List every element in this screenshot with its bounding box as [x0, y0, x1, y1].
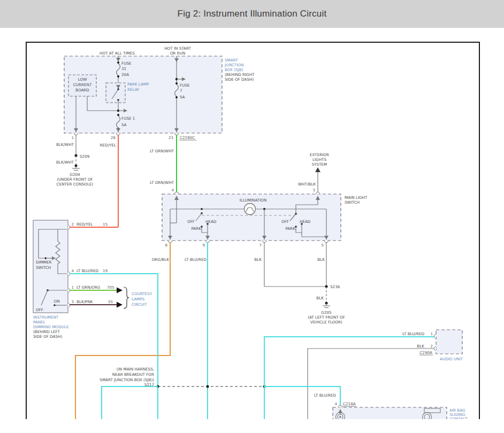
off-label-1: OFF [187, 219, 195, 224]
mls-output-wires: ORG/BLK LT BLU/RED BLK BLK S236 BLK G205… [75, 242, 345, 419]
brace-icon [124, 287, 129, 308]
ext-label-2: LIGHTS [312, 157, 326, 162]
courtesy-label-2: LAMPS [132, 297, 145, 301]
circuit-19: 19 [103, 269, 108, 273]
connector-pin [174, 192, 179, 194]
circuit-705: 705 [107, 285, 114, 290]
blk-label-gnd: BLK [316, 296, 324, 300]
fuse-terminal [117, 114, 119, 116]
lt-blu-red-wire-audio [264, 337, 435, 386]
blk-label-audio: BLK [417, 344, 424, 349]
dimmer-pin-2: 2 [72, 222, 74, 227]
s217-loc-1: (IN MAIN HARNESS, [117, 367, 154, 372]
arrow-right-icon [117, 288, 123, 293]
main-light-switch: MAIN LIGHT SWITCH 4 3 ILLUMINATION OFF H… [162, 188, 368, 248]
g205-loc-1: (AT LEFT FRONT OF [308, 315, 345, 320]
courtesy-label-3: CIRCUIT [132, 302, 147, 307]
sjb-name-1: SMART [225, 58, 238, 63]
clockspring-coil-icon [339, 416, 341, 418]
diagram-frame: HOT AT ALL TIMES HOT IN START OR RUN FUS… [26, 42, 480, 419]
mls-name-1: MAIN LIGHT [345, 195, 368, 200]
lt-grn-wht-label-1: LT GRN/WHT [150, 149, 174, 153]
off-label-2: OFF [281, 219, 289, 224]
blk-wht-label-2: BLK/WHT [56, 160, 74, 165]
illumination-label: ILLUMINATION [240, 198, 267, 203]
lt-blu-red-label-airbag: LT BLU/RED [314, 393, 336, 398]
relay-label-1: PARK LAMP [127, 82, 149, 87]
ipdm-name-2: PANEL [33, 320, 45, 324]
fuse-terminal [175, 82, 178, 84]
fuse1-rating: 5A [121, 122, 127, 127]
off-label: OFF [36, 307, 43, 312]
ipdm-name-5: SIDE OF DASH) [33, 334, 62, 339]
fuse31-label: FUSE [121, 61, 132, 66]
dimmer-pin-1: 1 [72, 285, 74, 290]
wht-blk-label: WHT/BLK [298, 182, 316, 187]
exterior-lights-system: EXTERIOR LIGHTS SYSTEM WHT/BLK [298, 152, 329, 193]
sjb-name-2: JUNCTION [224, 63, 243, 67]
connector-c218a: C218A [343, 401, 356, 406]
connector-pin [434, 346, 436, 351]
park-label-2: PARK [286, 226, 296, 231]
fuse-terminal [117, 75, 119, 78]
hot-in-start-label: HOT IN START [164, 46, 191, 51]
airbag-name-3: CONTACT [449, 416, 468, 419]
g204-loc-2: CENTER CONSOLE) [57, 182, 94, 187]
lcb-label-1: LOW [78, 77, 87, 82]
wiper-dot [44, 257, 47, 259]
ipdm-name-3: DIMMING MODULE [33, 324, 69, 329]
illumination-lamp-icon [245, 204, 256, 215]
mls-name-2: SWITCH [345, 200, 360, 205]
lt-blu-red-label-pin9: LT BLU/RED [185, 257, 207, 262]
smart-junction-box: HOT AT ALL TIMES HOT IN START OR RUN FUS… [64, 46, 255, 140]
ipdm-name-1: INSTRUMENT [33, 315, 59, 320]
g204-loc-1: (UNDER FRONT OF [57, 177, 93, 182]
connector-c290a: C290A [419, 350, 432, 355]
lt-grn-wht-label-2: LT GRN/WHT [150, 180, 174, 185]
fuse-terminal [175, 96, 178, 98]
lt-grn-org-label: LT GRN/ORG [77, 285, 100, 290]
connector-pin [434, 334, 436, 338]
lt-blu-red-branch-left [102, 386, 158, 419]
on-label: ON [54, 299, 59, 304]
connector-pin [338, 405, 342, 407]
fuse31-rating: 20A [121, 72, 129, 77]
mls-pin-9: 9 [203, 243, 205, 248]
dimmer-wires: 2 RED/YEL 15 4 LT BLU/RED 19 1 LT GRN/OR… [70, 222, 158, 386]
s217-loc-3: SMART JUNCTION BOX (SJB)) [100, 377, 154, 382]
audio-pin-1: 1 [431, 332, 433, 336]
sjb-name-3: BOX (SJB) [225, 67, 243, 72]
audio-unit-label: AUDIO UNIT [440, 357, 463, 361]
airbag-pin-4: 4 [335, 402, 338, 406]
dimmer-switch-label-1: DIMMER [36, 260, 52, 265]
mls-pin-8: 8 [165, 243, 167, 248]
sjb-pin-26: 26 [111, 136, 116, 140]
lt-blu-red-label-pin4: LT BLU/RED [77, 268, 98, 273]
audio-unit: LT BLU/RED 1 BLK 2 C290A AUDIO UNIT [264, 330, 463, 419]
dimmer-pin-4: 4 [72, 269, 74, 273]
fuse7-label: FUSE [180, 83, 190, 88]
or-run-label: OR RUN [170, 51, 186, 56]
lcb-label-2: CURRENT [73, 82, 92, 87]
arrow-right-icon [117, 302, 123, 308]
title-bar: Fig 2: Instrument Illumination Circuit [0, 0, 504, 28]
courtesy-label-1: COURTESY [132, 291, 152, 296]
g205-loc-2: VEHICLE FLOOR) [310, 320, 342, 324]
mls-pin-5: 5 [322, 243, 324, 248]
connector-pin [316, 192, 320, 194]
air-bag-sliding-contact: LT BLU/RED 4 C218A AIR BAG SLIDING CONTA… [264, 386, 468, 419]
mls-pin-4: 4 [172, 188, 174, 192]
ipdm-name-4: (BEHIND LEFT [33, 329, 60, 334]
g205-label: G205 [321, 310, 331, 315]
blk-label-pin7: BLK [254, 257, 262, 262]
audio-box [436, 330, 462, 354]
ext-label-1: EXTERIOR [310, 152, 329, 157]
hot-at-all-times-label: HOT AT ALL TIMES [100, 51, 135, 56]
dimmer-switch-label-2: SWITCH [36, 265, 51, 270]
instrument-panel-dimming-module: DIMMER SWITCH OFF ON INSTRUMENT PANEL DI… [33, 220, 70, 339]
page-title: Fig 2: Instrument Illumination Circuit [178, 9, 327, 19]
blk-wht-label: BLK/WHT [56, 142, 74, 147]
blk-pnk-label: BLK/PNK [77, 299, 93, 304]
mls-pin-7: 7 [259, 243, 262, 248]
splice-dot [207, 385, 209, 388]
